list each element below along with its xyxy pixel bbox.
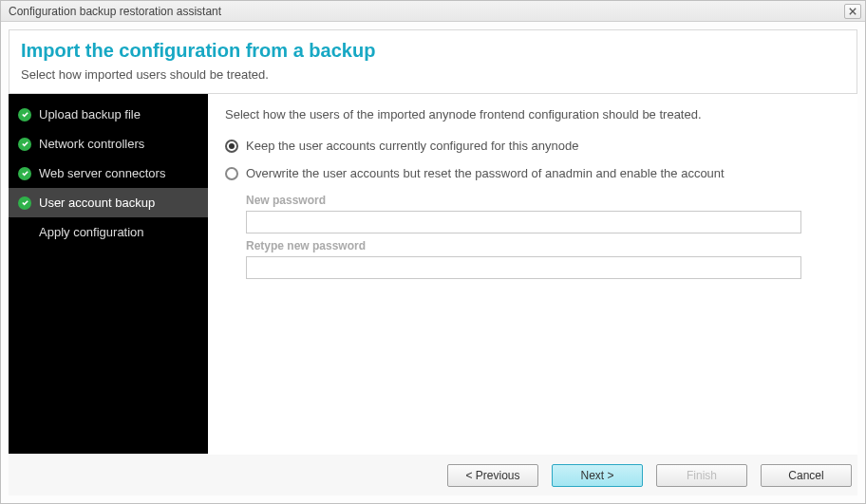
step-user-account-backup[interactable]: User account backup xyxy=(9,188,208,217)
step-icon-placeholder xyxy=(18,226,31,239)
step-label: Web server connectors xyxy=(39,166,198,180)
dialog-window: Configuration backup restoration assista… xyxy=(0,0,866,504)
close-button[interactable] xyxy=(844,4,861,19)
check-icon xyxy=(18,108,31,121)
retype-password-label: Retype new password xyxy=(246,239,840,252)
step-label: Upload backup file xyxy=(39,107,198,121)
finish-button: Finish xyxy=(656,464,747,487)
check-icon xyxy=(18,138,31,151)
titlebar: Configuration backup restoration assista… xyxy=(1,1,865,22)
step-upload-backup[interactable]: Upload backup file xyxy=(9,100,208,129)
radio-overwrite-accounts[interactable]: Overwrite the user accounts but reset th… xyxy=(225,166,840,180)
step-label: Apply configuration xyxy=(39,225,198,239)
close-icon xyxy=(849,8,857,15)
page-subtitle: Select how imported users should be trea… xyxy=(21,67,845,82)
step-label: Network controllers xyxy=(39,137,198,151)
radio-keep-accounts[interactable]: Keep the user accounts currently configu… xyxy=(225,139,840,153)
previous-button[interactable]: < Previous xyxy=(447,464,538,487)
overwrite-subfields: New password Retype new password xyxy=(246,194,840,279)
radio-label: Overwrite the user accounts but reset th… xyxy=(246,166,725,180)
main-content: Select how the users of the imported any… xyxy=(208,94,857,454)
radio-icon-unselected xyxy=(225,167,238,180)
check-icon xyxy=(18,167,31,180)
cancel-button[interactable]: Cancel xyxy=(761,464,852,487)
page-title: Import the configuration from a backup xyxy=(21,40,845,62)
step-apply-configuration[interactable]: Apply configuration xyxy=(9,217,208,247)
retype-password-input[interactable] xyxy=(246,256,801,279)
step-label: User account backup xyxy=(39,196,198,210)
wizard-sidebar: Upload backup file Network controllers W… xyxy=(9,94,208,454)
window-title: Configuration backup restoration assista… xyxy=(9,5,221,18)
body-area: Upload backup file Network controllers W… xyxy=(9,94,857,454)
check-icon xyxy=(18,196,31,210)
new-password-label: New password xyxy=(246,194,840,207)
radio-icon-selected xyxy=(225,140,238,153)
next-button[interactable]: Next > xyxy=(552,464,643,487)
step-web-server-connectors[interactable]: Web server connectors xyxy=(9,159,208,188)
main-instruction: Select how the users of the imported any… xyxy=(225,107,840,121)
step-network-controllers[interactable]: Network controllers xyxy=(9,129,208,159)
header-panel: Import the configuration from a backup S… xyxy=(9,29,857,94)
wizard-footer: < Previous Next > Finish Cancel xyxy=(9,454,857,495)
new-password-input[interactable] xyxy=(246,211,801,233)
radio-label: Keep the user accounts currently configu… xyxy=(246,139,579,153)
